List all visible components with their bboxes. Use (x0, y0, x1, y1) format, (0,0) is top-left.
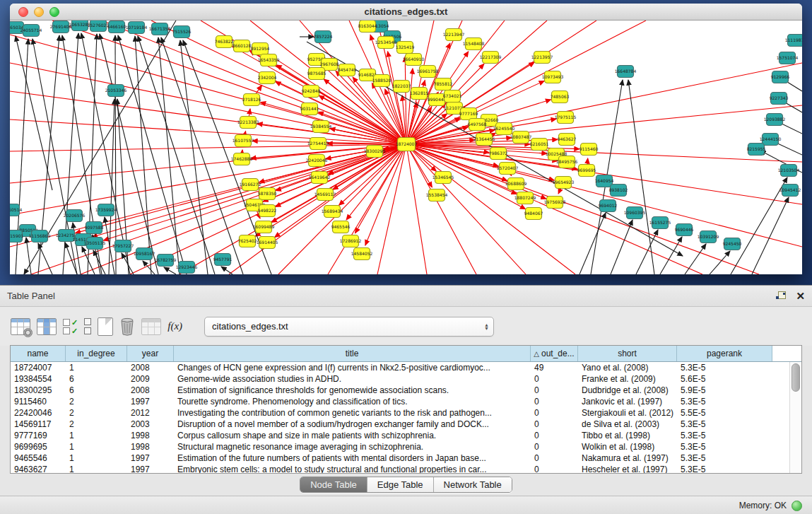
tab-edge-table[interactable]: Edge Table (367, 477, 434, 492)
graph-node[interactable]: 16107557 (233, 135, 254, 147)
column-header-title[interactable]: title (174, 346, 531, 361)
graph-node[interactable]: 10960395 (624, 207, 646, 219)
table-selector-dropdown[interactable]: citations_edges.txt ▲▼ (204, 317, 494, 337)
graph-node[interactable]: 9465546 (331, 221, 351, 233)
graph-node[interactable]: 9457791 (213, 254, 233, 266)
new-table-icon[interactable] (98, 317, 113, 336)
graph-node[interactable]: 8454749 (338, 64, 357, 76)
column-header-indegree[interactable]: in_degree (66, 346, 127, 361)
graph-node[interactable]: 16245540 (493, 123, 515, 135)
column-header-outde[interactable]: △out_de... (531, 346, 578, 361)
graph-node[interactable]: 6497568 (468, 119, 487, 131)
window-close-button[interactable] (18, 7, 28, 17)
graph-node[interactable]: 12213383 (237, 117, 259, 129)
table-row[interactable]: 911546021997Tourette syndrome. Phenomeno… (11, 396, 801, 407)
graph-node[interactable]: 16648784 (615, 66, 637, 78)
graph-node[interactable]: 15720407 (497, 163, 519, 175)
graph-node[interactable]: 16914405 (257, 237, 278, 249)
table-row[interactable]: 1938455462009Genome-wide association stu… (11, 373, 801, 385)
graph-node[interactable]: 17286912 (340, 235, 362, 247)
graph-node[interactable]: 1822037 (392, 81, 411, 93)
graph-node[interactable]: 11156869 (29, 230, 51, 243)
graph-node[interactable]: 20206576 (64, 210, 86, 222)
column-header-short[interactable]: short (578, 346, 677, 361)
graph-node[interactable]: 9242848 (302, 86, 321, 98)
graph-node[interactable]: 8912954 (251, 43, 270, 55)
network-view-window[interactable]: citations_edges.txt 18724007186503412405… (10, 4, 802, 274)
graph-node[interactable]: 7986372 (489, 148, 508, 160)
graph-node[interactable]: 15751074 (777, 52, 799, 64)
graph-node[interactable]: 10958167 (134, 248, 155, 260)
graph-node[interactable]: 19166272 (240, 179, 261, 191)
graph-node[interactable]: 7463822 (215, 36, 234, 48)
graph-node[interactable]: 9690446 (675, 224, 694, 236)
scrollbar-thumb[interactable] (792, 363, 800, 392)
graph-node[interactable]: 10973493 (542, 71, 564, 83)
graph-node[interactable]: 9227343 (770, 93, 789, 105)
graph-node[interactable]: 16155275 (649, 217, 671, 229)
delete-table-icon[interactable] (119, 317, 135, 336)
graph-node[interactable]: 6466160 (107, 21, 126, 33)
table-row[interactable]: 1872400712008Changes of HCN gene express… (11, 362, 801, 373)
graph-node[interactable]: 8660128 (233, 40, 252, 52)
graph-node[interactable]: 16099489 (253, 221, 275, 233)
graph-node[interactable]: 6216051 (530, 139, 549, 151)
graph-node[interactable]: 8938102 (609, 185, 628, 197)
graph-node[interactable]: 12754413 (307, 138, 329, 150)
graph-node[interactable]: 8215955 (747, 144, 766, 156)
graph-node[interactable]: 21053346 (105, 85, 127, 97)
graph-node[interactable]: 14584052 (351, 248, 373, 260)
graph-node[interactable]: 17462880 (231, 153, 253, 165)
graph-node[interactable]: 16961758 (417, 66, 439, 78)
graph-node[interactable]: 19654923 (553, 177, 575, 189)
table-scrollbar[interactable] (789, 362, 801, 473)
graph-node[interactable]: 15276021 (88, 21, 110, 32)
tab-node-table[interactable]: Node Table (300, 477, 367, 492)
graph-node[interactable]: 22420046 (306, 155, 328, 167)
graph-node[interactable]: 15346545 (433, 172, 454, 184)
table-row[interactable]: 946554611997Estimation of the future num… (11, 452, 801, 464)
graph-node[interactable]: 7855812 (434, 78, 453, 90)
graph-node[interactable]: 7515526 (172, 26, 192, 38)
graph-node[interactable]: 1588520 (372, 75, 392, 87)
table-row[interactable]: 1830029562008Estimation of significance … (11, 385, 801, 396)
graph-node[interactable]: 16640910 (403, 54, 425, 66)
graph-node[interactable]: 9097588 (85, 222, 104, 234)
graph-node[interactable]: 7625402 (238, 235, 257, 247)
graph-node[interactable]: 9115460 (579, 144, 599, 156)
table-row[interactable]: 1456911722003Disruption of a novel membe… (11, 419, 801, 430)
graph-node[interactable]: 17957227 (112, 240, 134, 252)
function-builder-icon[interactable]: f(x) (167, 320, 182, 332)
graph-node[interactable]: 10719184 (126, 22, 148, 34)
window-zoom-button[interactable] (49, 7, 59, 17)
graph-node[interactable]: 8163044 (358, 21, 377, 33)
column-header-name[interactable]: name (11, 346, 66, 361)
graph-node[interactable]: 15538454 (426, 189, 448, 201)
graph-node[interactable]: 9129966 (771, 71, 790, 83)
table-settings-icon[interactable] (11, 318, 30, 335)
graph-node[interactable]: 9484067 (524, 208, 543, 220)
rows-icon[interactable] (84, 318, 91, 334)
graph-node[interactable]: 19384554 (310, 121, 332, 133)
graph-node[interactable]: 10945412 (779, 185, 801, 197)
graph-node[interactable]: 17359924 (95, 204, 117, 216)
graph-node[interactable]: 5878350 (258, 188, 277, 200)
graph-node[interactable]: 2342004 (258, 72, 277, 84)
graph-node[interactable]: 18495756 (556, 156, 578, 168)
graph-node[interactable]: 9031441 (300, 103, 319, 115)
graph-node[interactable]: 19756928 (544, 197, 566, 209)
memory-status-indicator[interactable] (792, 501, 802, 511)
graph-node[interactable]: 12093882 (764, 114, 786, 126)
graph-node[interactable]: 15689434 (322, 206, 343, 218)
graph-node[interactable]: 16782759 (155, 255, 177, 267)
graph-hub-node[interactable]: 18724007 (396, 138, 418, 151)
graph-node[interactable]: 24055714 (20, 25, 42, 37)
table-column-icon[interactable] (37, 318, 57, 335)
graph-node[interactable]: 12213947 (443, 29, 465, 41)
graph-node[interactable]: 6734021 (443, 90, 462, 103)
graph-node[interactable]: 21364456 (473, 134, 495, 146)
graph-node[interactable]: 17975115 (555, 112, 577, 124)
graph-node[interactable]: 12217309 (480, 52, 502, 64)
table-row[interactable]: 946362711997Embryonic stem cells: a mode… (11, 464, 801, 474)
graph-node[interactable]: 1325419 (396, 42, 415, 54)
